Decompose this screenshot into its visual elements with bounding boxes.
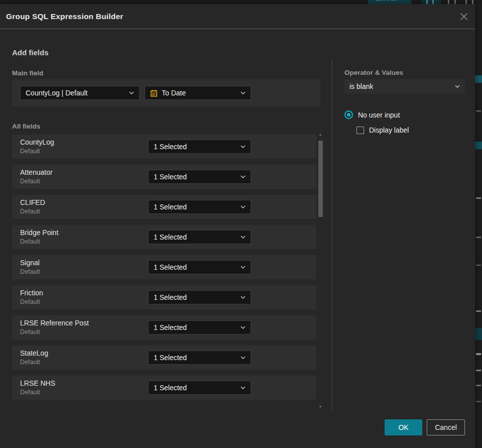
field-values-dropdown[interactable]: 1 Selected <box>148 290 251 304</box>
live-view-label: Live View <box>376 0 398 2</box>
scroll-down-icon[interactable]: ▼ <box>316 405 324 409</box>
no-user-input-label: No user input <box>358 111 400 119</box>
selected-count: 1 Selected <box>154 143 187 151</box>
field-values-dropdown[interactable]: 1 Selected <box>148 170 251 184</box>
background-fragment <box>476 197 481 199</box>
background-fragment <box>476 370 481 371</box>
field-name: CLIFED <box>20 198 45 206</box>
field-subtitle: Default <box>20 208 40 215</box>
background-fragment <box>475 142 482 149</box>
background-fragment <box>476 310 481 312</box>
panel-divider <box>332 60 332 411</box>
no-user-input-radio[interactable]: No user input <box>344 110 400 119</box>
background-fragment <box>426 0 428 4</box>
selected-count: 1 Selected <box>154 173 187 181</box>
field-name: LRSE NHS <box>20 379 55 387</box>
background-fragment <box>476 265 481 266</box>
field-values-dropdown[interactable]: 1 Selected <box>148 381 251 395</box>
chevron-down-icon <box>240 175 246 178</box>
radio-selected-icon <box>344 110 353 119</box>
dialog-header: Group SQL Expression Builder <box>0 4 475 29</box>
field-subtitle: Default <box>20 328 40 335</box>
background-fragment <box>454 0 456 4</box>
background-app-top-edge: Live View <box>0 0 482 4</box>
field-subtitle: Default <box>20 238 40 245</box>
cancel-button[interactable]: Cancel <box>427 419 465 435</box>
field-row: CountyLog Default 1 Selected <box>12 135 316 159</box>
background-fragment <box>472 0 473 4</box>
selected-count: 1 Selected <box>154 203 187 211</box>
field-name: StateLog <box>20 349 48 357</box>
selected-count: 1 Selected <box>154 384 187 392</box>
display-label-label: Display label <box>369 126 409 134</box>
operator-dropdown-value: is blank <box>349 82 373 90</box>
field-row: LRSE Reference Post Default 1 Selected <box>12 315 316 340</box>
checkbox-unchecked-icon <box>356 127 364 134</box>
field-subtitle: Default <box>20 298 40 305</box>
operator-values-label: Operator & Values <box>344 69 403 76</box>
field-values-dropdown[interactable]: 1 Selected <box>148 351 251 365</box>
field-type-dropdown[interactable]: To Date <box>145 86 251 100</box>
background-fragment <box>422 0 441 4</box>
field-name: Friction <box>20 289 43 297</box>
background-fragment <box>476 401 481 402</box>
field-subtitle: Default <box>20 148 40 155</box>
scrollbar-thumb[interactable] <box>318 141 323 217</box>
background-fragment <box>476 110 481 111</box>
field-values-dropdown[interactable]: 1 Selected <box>148 140 251 154</box>
selected-count: 1 Selected <box>154 293 187 301</box>
chevron-down-icon <box>240 145 246 148</box>
main-field-dropdown-value: CountyLog | Default <box>26 89 88 97</box>
field-name: CountyLog <box>20 138 54 146</box>
background-fragment <box>475 75 482 83</box>
ok-button[interactable]: OK <box>385 419 422 435</box>
field-row: Friction Default 1 Selected <box>12 285 316 309</box>
field-values-dropdown[interactable]: 1 Selected <box>148 200 251 214</box>
field-subtitle: Default <box>20 178 40 185</box>
chevron-down-icon <box>240 205 246 208</box>
field-row: Attenuator Default 1 Selected <box>12 165 316 189</box>
selected-count: 1 Selected <box>154 323 187 331</box>
main-field-dropdown[interactable]: CountyLog | Default <box>20 86 140 100</box>
display-label-checkbox[interactable]: Display label <box>356 126 409 134</box>
chevron-down-icon <box>455 85 460 88</box>
field-row: Bridge Point Default 1 Selected <box>12 225 316 249</box>
dialog-title: Group SQL Expression Builder <box>6 12 124 21</box>
field-row: Signal Default 1 Selected <box>12 255 316 279</box>
all-fields-scrollbar[interactable]: ▲ ▼ <box>316 133 324 409</box>
all-fields-label: All fields <box>12 123 40 130</box>
background-app-right-edge <box>475 4 482 448</box>
chevron-down-icon <box>240 236 246 239</box>
background-fragment <box>432 0 434 4</box>
field-name: Signal <box>20 259 40 267</box>
group-sql-expression-builder-dialog: Group SQL Expression Builder Add fields … <box>0 4 475 448</box>
background-fragment <box>448 0 449 4</box>
chevron-down-icon <box>240 326 246 329</box>
field-values-dropdown[interactable]: 1 Selected <box>148 230 251 244</box>
background-fragment <box>476 385 481 386</box>
selected-count: 1 Selected <box>154 263 187 271</box>
close-icon[interactable] <box>458 11 470 23</box>
field-row: LRSE NHS Default 1 Selected <box>12 376 316 400</box>
chevron-down-icon <box>129 91 134 94</box>
background-fragment <box>476 353 481 355</box>
chevron-down-icon <box>240 356 246 359</box>
chevron-down-icon <box>240 91 246 94</box>
main-field-label: Main field <box>12 69 43 77</box>
field-subtitle: Default <box>20 389 40 396</box>
field-values-dropdown[interactable]: 1 Selected <box>148 260 251 274</box>
scroll-up-icon[interactable]: ▲ <box>316 133 324 137</box>
operator-dropdown[interactable]: is blank <box>344 79 465 93</box>
field-row: CLIFED Default 1 Selected <box>12 195 316 219</box>
field-name: Attenuator <box>20 168 53 176</box>
chevron-down-icon <box>240 266 246 269</box>
live-view-button[interactable]: Live View <box>368 0 411 4</box>
field-row: StateLog Default 1 Selected <box>12 346 316 370</box>
background-fragment <box>465 0 467 4</box>
field-subtitle: Default <box>20 268 40 275</box>
calendar-icon <box>150 89 158 97</box>
field-values-dropdown[interactable]: 1 Selected <box>148 320 251 334</box>
section-title: Add fields <box>12 48 49 57</box>
chevron-down-icon <box>240 386 246 389</box>
field-type-dropdown-value: To Date <box>162 89 186 97</box>
